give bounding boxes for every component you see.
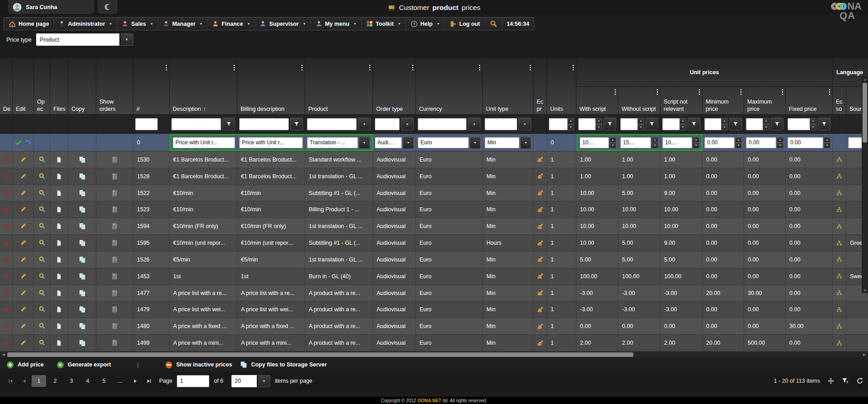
- cell-files[interactable]: [50, 318, 68, 334]
- filter-order_type-dropdown[interactable]: ▼: [401, 118, 414, 130]
- delete-button[interactable]: [3, 190, 9, 196]
- spinner-down-icon[interactable]: ▼: [679, 124, 686, 130]
- move-icon[interactable]: [827, 377, 835, 385]
- menu-item-supervisor[interactable]: Supervisor▼: [255, 18, 311, 30]
- column-header-billing[interactable]: Billing description: [237, 58, 305, 114]
- copy-row-button[interactable]: [79, 239, 86, 247]
- spinner-up-icon[interactable]: ▲: [763, 118, 769, 124]
- spinner-up-icon[interactable]: ▲: [777, 137, 783, 143]
- column-menu-icon[interactable]: [530, 65, 531, 71]
- edit-button[interactable]: [19, 239, 27, 247]
- cell-edit[interactable]: [13, 168, 34, 185]
- column-header-order_type[interactable]: Order type: [373, 58, 416, 114]
- filter-minimum_price-button[interactable]: [729, 118, 742, 130]
- edit-fixed_price-input[interactable]: 0.00: [788, 137, 823, 148]
- column-menu-icon[interactable]: [369, 65, 371, 71]
- open-economics-button[interactable]: [38, 173, 46, 180]
- horizontal-scrollbar[interactable]: ◀▶: [0, 352, 868, 357]
- filter-billing-input[interactable]: [239, 118, 289, 130]
- cell-edit[interactable]: [13, 335, 34, 351]
- cell-edit[interactable]: [13, 301, 34, 318]
- edit-script_not_relevant-input[interactable]: 10....: [662, 137, 692, 148]
- spinner-up-icon[interactable]: ▲: [693, 137, 699, 143]
- page-number-4[interactable]: 4: [80, 375, 95, 387]
- copy-row-button[interactable]: [79, 339, 86, 347]
- column-header-description[interactable]: Description↑: [170, 58, 237, 114]
- spinner-up-icon[interactable]: ▲: [679, 118, 686, 124]
- cell-copy[interactable]: [68, 335, 96, 351]
- spinner-up-icon[interactable]: ▲: [735, 137, 742, 143]
- show-orders-button[interactable]: [111, 273, 118, 280]
- cell-files[interactable]: [50, 201, 68, 218]
- scroll-down-icon[interactable]: ▼: [862, 287, 868, 293]
- edit-button[interactable]: [19, 323, 27, 330]
- refresh-icon[interactable]: [856, 377, 863, 385]
- column-header-maximum_price[interactable]: Maximum price: [744, 87, 786, 114]
- cell-orders[interactable]: [96, 335, 133, 351]
- show-orders-button[interactable]: [111, 156, 118, 163]
- delete-button[interactable]: [3, 223, 9, 230]
- spinner[interactable]: ▲▼: [609, 137, 616, 148]
- open-economics-button[interactable]: [38, 156, 46, 163]
- filter-billing-button[interactable]: [290, 118, 303, 130]
- cell-opec[interactable]: [34, 252, 50, 268]
- cell-copy[interactable]: [68, 218, 96, 234]
- cell-orders[interactable]: [96, 285, 133, 301]
- column-menu-icon[interactable]: [479, 65, 481, 71]
- filter-without_script-input[interactable]: [620, 118, 638, 130]
- spinner[interactable]: ▲▼: [721, 118, 728, 130]
- cell-del[interactable]: [0, 252, 13, 268]
- cell-edit[interactable]: [13, 218, 34, 234]
- filter-unit_type-dropdown[interactable]: ▼: [519, 118, 531, 130]
- files-button[interactable]: [56, 223, 62, 230]
- cell-orders[interactable]: [96, 252, 133, 268]
- edit-order_type-input[interactable]: Audi...: [375, 137, 402, 148]
- cell-orders[interactable]: [96, 152, 133, 168]
- files-button[interactable]: [56, 190, 62, 197]
- spinner-down-icon[interactable]: ▼: [735, 143, 742, 148]
- open-economics-button[interactable]: [38, 290, 46, 297]
- edit-button[interactable]: [19, 190, 27, 197]
- column-header-script_not_relevant[interactable]: Script not relevant: [660, 87, 703, 114]
- edit-button[interactable]: [19, 273, 27, 280]
- edit-button[interactable]: [19, 256, 27, 263]
- menu-item-finance[interactable]: Finance▼: [208, 18, 255, 30]
- delete-button[interactable]: [3, 340, 9, 347]
- filter-script_not_relevant-input[interactable]: [662, 118, 680, 130]
- show-orders-button[interactable]: [111, 306, 118, 313]
- filter-with_script-input[interactable]: [578, 118, 596, 130]
- cell-copy[interactable]: [68, 168, 96, 185]
- page-number-2[interactable]: 2: [48, 375, 62, 387]
- column-header-opec[interactable]: Op ec: [34, 58, 50, 114]
- cell-files[interactable]: [50, 168, 68, 185]
- filter-fixed_price-button[interactable]: [818, 118, 830, 130]
- menu-item-manager[interactable]: Manager▼: [158, 18, 208, 30]
- spinner-down-icon[interactable]: ▼: [567, 124, 574, 130]
- cell-edit[interactable]: [13, 152, 34, 168]
- files-button[interactable]: [56, 256, 62, 263]
- spinner[interactable]: ▲▼: [810, 118, 816, 130]
- files-button[interactable]: [56, 273, 62, 280]
- spinner-up-icon[interactable]: ▲: [824, 137, 830, 143]
- cell-del[interactable]: [0, 285, 13, 301]
- cell-opec[interactable]: [34, 268, 50, 285]
- cell-edit[interactable]: [13, 201, 34, 218]
- edit-button[interactable]: [19, 306, 27, 313]
- copy-row-button[interactable]: [79, 206, 86, 213]
- cell-files[interactable]: [50, 185, 68, 201]
- column-header-del[interactable]: De: [0, 58, 13, 114]
- delete-button[interactable]: [3, 306, 9, 313]
- filter-maximum_price-input[interactable]: [746, 118, 763, 130]
- filter-fixed_price-input[interactable]: [788, 118, 810, 130]
- edit-with_script-input[interactable]: 10....: [580, 137, 609, 148]
- spinner[interactable]: ▲▼: [693, 137, 699, 148]
- cell-files[interactable]: [50, 335, 68, 351]
- column-header-edit[interactable]: Edit: [13, 58, 34, 114]
- spinner[interactable]: ▲▼: [567, 118, 574, 130]
- open-economics-button[interactable]: [38, 223, 46, 230]
- scrollbar-thumb[interactable]: [7, 352, 633, 357]
- cell-edit[interactable]: [13, 185, 34, 201]
- filter-script_not_relevant-button[interactable]: [688, 118, 700, 130]
- menu-item-home-page[interactable]: Home page: [4, 18, 54, 30]
- column-menu-icon[interactable]: [829, 89, 830, 95]
